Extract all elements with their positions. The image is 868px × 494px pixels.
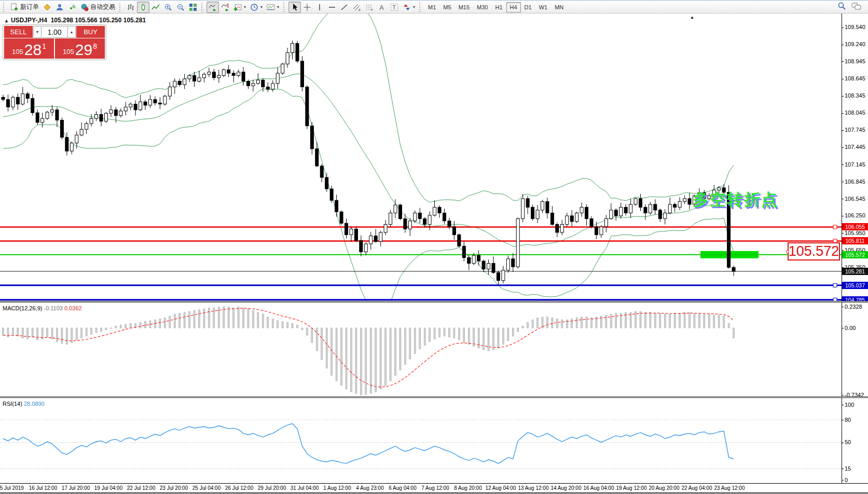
timeframe-button-H4[interactable]: H4 (506, 2, 521, 12)
axis-tick (842, 45, 844, 45)
quotes-button[interactable] (41, 2, 53, 13)
axis-tick (842, 79, 844, 79)
chart-shift-button[interactable] (219, 2, 231, 13)
zoom-out-button[interactable] (174, 2, 187, 13)
indicators-icon (233, 3, 242, 11)
text-label-tool-button[interactable]: T (388, 2, 401, 13)
volume-increase-button[interactable]: ▲ (67, 26, 76, 38)
price-chart-canvas[interactable] (0, 13, 842, 301)
tile-windows-icon (189, 3, 197, 11)
candlestick-icon (139, 3, 147, 11)
line-chart-button[interactable] (149, 2, 162, 13)
trendline-tool-button[interactable] (338, 2, 351, 13)
price-badge: 105.811 (842, 237, 868, 244)
time-tick-label: 16 Jul 12:00 (29, 485, 58, 491)
timeframe-button-MN[interactable]: MN (551, 2, 567, 12)
one-click-trading-panel: SELL ▼ 1.00 ▲ BUY 105281 105298 (3, 24, 106, 60)
templates-button[interactable]: ▾ (265, 2, 281, 13)
new-order-button[interactable]: 新订单 (8, 2, 41, 13)
sell-price-prefix: 105 (12, 48, 23, 56)
timeframe-button-H1[interactable]: H1 (491, 2, 506, 12)
timeframe-button-M5[interactable]: M5 (439, 2, 454, 12)
panel-divider[interactable] (0, 301, 868, 303)
autotrading-button[interactable]: 自动交易 (78, 2, 117, 13)
main-toolbar: 新订单 自动交易 (0, 1, 868, 13)
axis-tick (842, 130, 844, 131)
toolbar-grip (3, 3, 7, 12)
volume-decrease-button[interactable]: ▼ (33, 26, 42, 38)
axis-tick (842, 147, 844, 148)
axis-tick (842, 480, 844, 481)
channel-tool-button[interactable]: E (351, 2, 363, 13)
price-badge: 104.785 (842, 296, 868, 301)
annotation-text[interactable]: 多空转折点 (693, 189, 778, 211)
zoom-in-button[interactable] (162, 2, 174, 13)
axis-tick (842, 420, 844, 420)
sell-button[interactable]: SELL (4, 26, 33, 38)
toolbar-grip (283, 3, 287, 12)
zoom-in-icon (164, 3, 172, 11)
fibonacci-tool-button[interactable]: F (363, 2, 376, 13)
rsi-value: 28.0890 (24, 401, 45, 407)
auto-scroll-button[interactable] (206, 2, 219, 13)
volume-input[interactable]: 1.00 (42, 26, 67, 38)
time-tick-label: 7 Aug 12:00 (421, 485, 449, 491)
time-tick-label: 23 Jul 20:00 (160, 485, 188, 491)
timeframe-button-M1[interactable]: M1 (424, 2, 439, 12)
chart-shift-marker-icon[interactable]: ▲ (690, 15, 694, 20)
timeframe-button-M15[interactable]: M15 (455, 2, 473, 12)
arrows-tool-button[interactable]: ▾ (401, 2, 417, 13)
time-axis[interactable]: 15 Jul 201916 Jul 12:0017 Jul 20:0019 Ju… (0, 484, 868, 492)
macd-panel[interactable]: MACD(12,26,9) -0.1103 0.0362 0.23280.00-… (0, 303, 868, 396)
sell-price-button[interactable]: 105281 (4, 38, 54, 59)
template-icon (267, 3, 275, 11)
time-tick-label: 19 Aug 12:00 (616, 485, 647, 491)
new-order-icon (10, 3, 19, 11)
price-panel[interactable]: ▲USDJPY-,H4 105.298 105.566 105.250 105.… (0, 13, 868, 301)
time-tick-label: 29 Jul 20:00 (258, 485, 286, 491)
buy-button[interactable]: BUY (76, 26, 105, 38)
indicators-button[interactable]: ▾ (231, 2, 248, 13)
new-order-label: 新订单 (20, 3, 39, 11)
signals-button[interactable] (66, 2, 78, 13)
horizontal-line-tool-button[interactable] (326, 2, 338, 13)
time-tick-label: 22 Aug 04:00 (682, 485, 712, 491)
collapse-arrow-icon[interactable]: ▲ (4, 18, 9, 23)
price-label-value: 105.572 (789, 243, 839, 259)
signal-icon (68, 3, 76, 11)
timeframe-button-W1[interactable]: W1 (535, 2, 552, 12)
community-button[interactable] (53, 2, 66, 13)
timeframe-button-M30[interactable]: M30 (473, 2, 491, 12)
time-tick-label: 17 Jul 20:00 (62, 485, 90, 491)
panel-divider[interactable] (0, 396, 868, 399)
rsi-panel[interactable]: RSI(14) 28.0890 1008050150 (0, 398, 868, 483)
axis-tick (842, 443, 844, 443)
vertical-line-tool-button[interactable] (313, 2, 326, 13)
macd-tick-label: 0.2328 (845, 304, 862, 310)
time-tick-label: 8 Aug 20:00 (454, 485, 481, 491)
price-tick-label: 108.045 (845, 109, 865, 116)
price-label-object[interactable]: 105.572 (788, 242, 840, 260)
candlestick-chart-button[interactable] (137, 2, 149, 13)
axis-tick (842, 469, 844, 469)
bar-chart-icon (127, 3, 135, 11)
search-icon[interactable] (837, 2, 846, 12)
person-icon (56, 3, 64, 11)
dropdown-caret: ▾ (277, 5, 279, 9)
arrows-icon (403, 3, 411, 11)
crosshair-tool-button[interactable] (301, 2, 313, 13)
timeframe-button-D1[interactable]: D1 (521, 2, 535, 12)
time-tick-label: 1 Aug 12:00 (323, 485, 351, 491)
cursor-icon (291, 3, 299, 11)
cursor-tool-button[interactable] (288, 2, 301, 13)
macd-tick-label: 0.00 (845, 325, 856, 331)
zoom-out-icon (176, 3, 185, 11)
periods-button[interactable]: ▾ (248, 2, 265, 13)
dropdown-caret: ▾ (260, 5, 263, 9)
svg-text:F: F (371, 8, 373, 11)
chat-icon[interactable] (851, 2, 862, 12)
bar-chart-button[interactable] (125, 2, 137, 13)
text-tool-button[interactable]: A (376, 2, 388, 13)
tile-windows-button[interactable] (187, 2, 199, 13)
buy-price-button[interactable]: 105298 (55, 38, 105, 59)
